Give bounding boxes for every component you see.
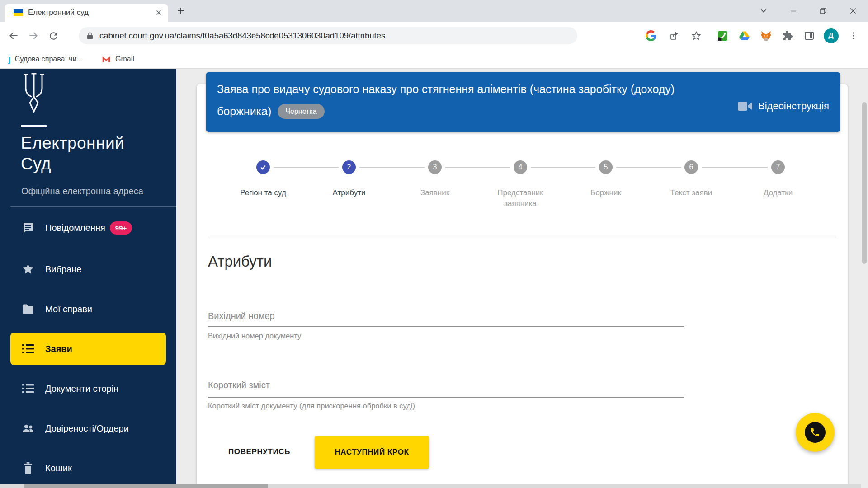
trident-logo [21, 72, 47, 114]
step-claimant[interactable]: 3 Заявник [394, 160, 476, 198]
step-debtor[interactable]: 5 Боржник [565, 160, 646, 198]
url-text: cabinet.court.gov.ua/claims/f0a5a63d843e… [99, 31, 385, 41]
step-claim-text[interactable]: 6 Текст заяви [651, 160, 732, 198]
brand-subtitle: Офіційна електронна адреса [21, 186, 143, 197]
sidebar-item-favorites[interactable]: Вибране [0, 253, 176, 286]
people-icon [21, 422, 35, 434]
step-representative[interactable]: 4 Представник заявника [480, 160, 561, 209]
google-icon[interactable] [642, 26, 660, 45]
bookmark-star-icon[interactable] [687, 26, 706, 45]
tab-close-icon[interactable] [155, 9, 163, 17]
sidebar-item-messages[interactable]: Повідомлення 99+ [0, 211, 176, 244]
side-panel-icon[interactable] [800, 26, 819, 45]
section-divider [208, 237, 836, 237]
section-title: Атрибути [208, 253, 272, 270]
forward-button[interactable] [24, 26, 43, 46]
sidebar-item-party-documents[interactable]: Документи сторін [0, 372, 176, 405]
horizontal-scrollbar-thumb[interactable] [24, 484, 268, 488]
back-button[interactable] [4, 26, 24, 46]
browser-toolbar: cabinet.court.gov.ua/claims/f0a5a63d843e… [0, 22, 868, 50]
video-instruction-link[interactable]: Відеоінструкція [737, 100, 829, 112]
page-content: Електронний Суд Офіційна електронна адре… [0, 69, 868, 484]
phone-icon [805, 422, 826, 443]
claim-header: Заява про видачу судового наказу про стя… [206, 72, 840, 132]
message-icon [21, 221, 35, 234]
scrollbar-corner [861, 484, 868, 488]
field-label-summary: Короткий зміст [208, 380, 270, 390]
browser-window: Електронний суд cabinet.court.gov.ua/cla… [0, 0, 868, 488]
claim-title: Заява про видачу судового наказу про стя… [217, 78, 723, 122]
back-step-button[interactable]: ПОВЕРНУТИСЬ [228, 447, 290, 456]
tab-title: Електронний суд [28, 8, 151, 17]
sidebar-item-my-cases[interactable]: Мої справи [0, 293, 176, 325]
tab-search-chevron-icon[interactable] [749, 0, 778, 22]
list-icon [21, 383, 35, 394]
lock-icon [86, 32, 94, 40]
profile-avatar[interactable]: Д [821, 26, 840, 45]
content-card [197, 84, 848, 484]
browser-tab[interactable]: Електронний суд [5, 4, 168, 22]
new-tab-button[interactable] [176, 6, 185, 15]
star-icon [21, 263, 35, 276]
reload-button[interactable] [43, 26, 63, 46]
bookmark-favicon-j: j [8, 54, 11, 65]
draft-badge: Чернетка [278, 104, 324, 119]
tab-strip: Електронний суд [0, 0, 868, 22]
list-icon [21, 343, 35, 355]
step-attributes[interactable]: 2 Атрибути [308, 160, 390, 198]
window-close-button[interactable] [838, 0, 868, 22]
field-label-outgoing-number: Вихідний номер [208, 311, 275, 321]
field-helper-summary: Короткий зміст документу (для прискоренн… [208, 402, 415, 410]
sidebar: Електронний Суд Офіційна електронна адре… [0, 69, 176, 484]
brand-title: Електронний Суд [21, 133, 124, 174]
url-bar[interactable]: cabinet.court.gov.ua/claims/f0a5a63d843e… [79, 27, 577, 44]
metamask-icon[interactable] [756, 26, 775, 45]
field-helper-outgoing-number: Вихідний номер документу [208, 332, 301, 340]
extension-green-icon[interactable] [713, 26, 732, 45]
step-attachments[interactable]: 7 Додатки [737, 160, 819, 198]
share-icon[interactable] [665, 26, 684, 45]
sidebar-divider [10, 206, 176, 207]
bookmarks-bar: j Судова справа: чи... Gmail [0, 50, 868, 69]
videocam-icon [737, 101, 753, 112]
bookmark-item[interactable]: j Судова справа: чи... [8, 54, 83, 65]
next-step-button[interactable]: НАСТУПНИЙ КРОК [315, 436, 429, 469]
brand-divider [21, 125, 47, 127]
bookmark-item-gmail[interactable]: Gmail [102, 55, 134, 63]
window-minimize-button[interactable] [778, 0, 808, 22]
extensions-puzzle-icon[interactable] [778, 26, 797, 45]
sidebar-item-trash[interactable]: Кошик [0, 452, 176, 484]
sidebar-item-claims[interactable]: Заяви [10, 333, 166, 365]
messages-count-badge: 99+ [110, 221, 132, 235]
folder-icon [21, 303, 35, 315]
summary-input[interactable] [208, 397, 684, 398]
outgoing-number-input[interactable] [208, 326, 684, 327]
main-panel: Заява про видачу судового наказу про стя… [176, 69, 868, 484]
sidebar-item-powers-of-attorney[interactable]: Довіреності/Ордери [0, 412, 176, 445]
window-restore-button[interactable] [808, 0, 838, 22]
step-region-court[interactable]: Регіон та суд [222, 160, 304, 198]
phone-fab-button[interactable] [796, 413, 835, 452]
trash-icon [21, 462, 35, 474]
browser-menu-icon[interactable] [844, 26, 863, 45]
vertical-scrollbar-thumb[interactable] [862, 102, 867, 264]
window-controls [749, 0, 868, 22]
google-drive-icon[interactable] [735, 26, 754, 45]
ukraine-flag-favicon [14, 9, 23, 16]
horizontal-scrollbar[interactable] [0, 484, 861, 488]
gmail-icon [102, 55, 111, 63]
